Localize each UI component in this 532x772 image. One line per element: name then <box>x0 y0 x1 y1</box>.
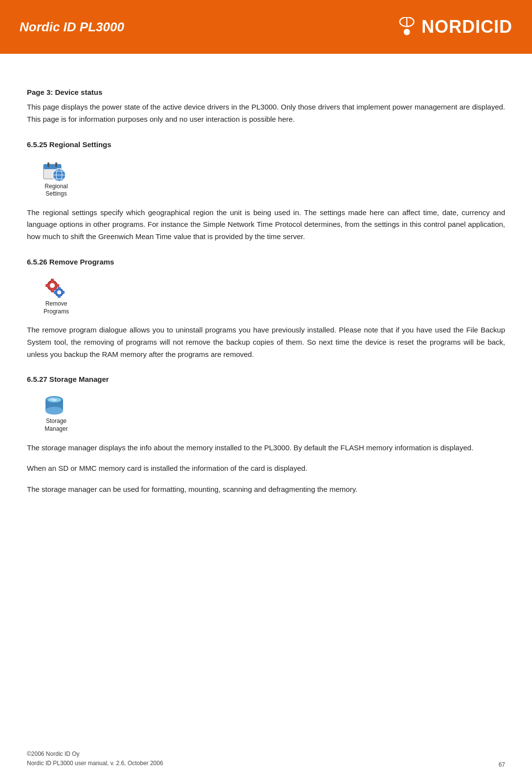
section-627-body2: When an SD or MMC memory card is install… <box>27 463 505 475</box>
logo-area: NORDICID <box>395 17 512 37</box>
section-626-heading: 6.5.26 Remove Programs <box>27 258 505 266</box>
page-footer: ©2006 Nordic ID Oy Nordic ID PL3000 user… <box>0 746 532 772</box>
page3-heading: Page 3: Device status <box>27 88 505 96</box>
storage-manager-icon <box>42 392 67 418</box>
logo-text: NORDICID <box>421 17 512 37</box>
section-627: 6.5.27 Storage Manager StorageManager Th… <box>27 375 505 495</box>
section-625-body: The regional settings specify which geog… <box>27 207 505 243</box>
header-title: Nordic ID PL3000 <box>20 20 124 35</box>
svg-rect-5 <box>47 162 49 167</box>
section-627-body3: The storage manager can be used for form… <box>27 484 505 496</box>
footer-manual: Nordic ID PL3000 user manual, v. 2.6, Oc… <box>27 759 163 768</box>
svg-rect-14 <box>51 279 54 281</box>
svg-point-26 <box>45 407 63 415</box>
footer-page-number: 67 <box>499 761 505 768</box>
nordicid-logo-icon <box>395 17 419 37</box>
section-625: 6.5.25 Regional Settings RegionalSetting… <box>27 140 505 243</box>
section-627-body1: The storage manager displays the info ab… <box>27 442 505 454</box>
svg-point-2 <box>404 29 410 35</box>
svg-rect-22 <box>54 291 56 294</box>
section-626-body: The remove program dialogue allows you t… <box>27 324 505 360</box>
svg-rect-20 <box>58 287 61 289</box>
section-627-heading: 6.5.27 Storage Manager <box>27 375 505 383</box>
page-header: Nordic ID PL3000 NORDICID <box>0 0 532 54</box>
remove-programs-label: RemovePrograms <box>42 300 71 315</box>
footer-copyright: ©2006 Nordic ID Oy <box>27 750 163 759</box>
svg-rect-15 <box>51 290 54 292</box>
remove-programs-icon-block: RemovePrograms <box>42 275 505 315</box>
svg-point-19 <box>57 290 61 294</box>
footer-left: ©2006 Nordic ID Oy Nordic ID PL3000 user… <box>27 750 163 768</box>
remove-programs-icon <box>42 275 67 300</box>
svg-rect-6 <box>55 162 57 167</box>
page3-body: This page displays the power state of th… <box>27 101 505 126</box>
svg-rect-23 <box>63 291 65 294</box>
regional-settings-icon-block: RegionalSettings <box>42 157 505 198</box>
svg-rect-17 <box>57 284 59 287</box>
storage-manager-label: StorageManager <box>42 418 71 433</box>
svg-rect-16 <box>45 284 48 287</box>
section-625-heading: 6.5.25 Regional Settings <box>27 140 505 149</box>
regional-settings-label: RegionalSettings <box>42 183 71 198</box>
svg-rect-21 <box>58 296 61 298</box>
page-content: Page 3: Device status This page displays… <box>0 54 532 524</box>
storage-manager-icon-block: StorageManager <box>42 392 505 433</box>
svg-point-13 <box>50 283 55 288</box>
section-626: 6.5.26 Remove Programs RemoveP <box>27 258 505 360</box>
regional-settings-icon <box>42 157 67 183</box>
page3-section: Page 3: Device status This page displays… <box>27 88 505 126</box>
